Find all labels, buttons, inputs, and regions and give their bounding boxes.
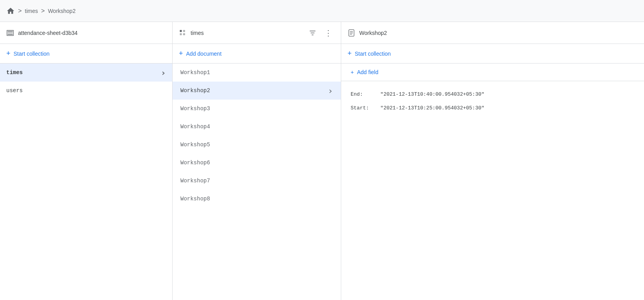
doc-item-workshop6[interactable]: Workshop6 [173, 154, 341, 172]
doc-item-workshop7[interactable]: Workshop7 [173, 172, 341, 190]
sidebar-header: attendance-sheet-d3b34 [0, 22, 172, 44]
doc-item-workshop3[interactable]: Workshop3 [173, 100, 341, 118]
collection-icon [179, 29, 187, 37]
plus-icon-doc: + [179, 49, 183, 58]
breadcrumb-separator-2: > [41, 7, 45, 15]
sidebar-item-times-label: times [6, 69, 23, 76]
svg-rect-3 [183, 33, 185, 35]
field-end-key: End: [351, 91, 374, 97]
start-collection-label: Start collection [14, 51, 50, 57]
doc-item-workshop4[interactable]: Workshop4 [173, 118, 341, 136]
sidebar-items-list: times › users [0, 64, 172, 100]
documents-header: times ⋮ [173, 22, 341, 44]
fields-start-collection-button[interactable]: + Start collection [341, 44, 644, 64]
more-icon: ⋮ [324, 28, 332, 38]
plus-icon-field: + [351, 69, 354, 75]
database-icon [6, 29, 14, 37]
svg-rect-2 [183, 30, 185, 32]
document-icon [347, 29, 355, 37]
fields-list: End: "2021-12-13T10:40:00.954032+05:30" … [341, 81, 644, 121]
field-end-spacer [376, 91, 379, 97]
svg-rect-0 [180, 30, 182, 32]
add-document-button[interactable]: + Add document [173, 44, 341, 64]
home-icon[interactable] [6, 7, 15, 15]
breadcrumb-item-workshop2: Workshop2 [48, 8, 76, 14]
start-collection-button[interactable]: + Start collection [0, 44, 172, 64]
sidebar-title: attendance-sheet-d3b34 [18, 30, 166, 36]
breadcrumb-separator-1: > [18, 7, 22, 15]
field-start-value: "2021-12-13T10:25:00.954032+05:30" [380, 105, 484, 111]
field-end-value: "2021-12-13T10:40:00.954032+05:30" [380, 91, 484, 97]
doc-item-workshop8[interactable]: Workshop8 [173, 190, 341, 208]
fields-panel: Workshop2 + Start collection + Add field… [341, 22, 644, 300]
documents-panel: times ⋮ + Add document Workshop1 [173, 22, 341, 300]
more-options-button[interactable]: ⋮ [322, 27, 335, 39]
field-row-start: Start: "2021-12-13T10:25:00.954032+05:30… [351, 101, 635, 115]
main-layout: attendance-sheet-d3b34 + Start collectio… [0, 22, 644, 300]
doc-workshop3-label: Workshop3 [180, 105, 210, 112]
breadcrumb-item-times[interactable]: times [25, 8, 38, 14]
doc-workshop2-label: Workshop2 [180, 87, 210, 94]
doc-workshop8-label: Workshop8 [180, 196, 210, 202]
plus-icon-fields-coll: + [347, 49, 352, 58]
field-start-spacer [376, 105, 379, 111]
sidebar-item-users-label: users [6, 87, 23, 94]
sidebar-panel: attendance-sheet-d3b34 + Start collectio… [0, 22, 173, 300]
plus-icon: + [6, 49, 11, 58]
doc-item-workshop2[interactable]: Workshop2 › [173, 82, 341, 100]
chevron-right-icon-doc: › [328, 86, 333, 96]
sidebar-item-times[interactable]: times › [0, 64, 172, 82]
fields-start-collection-label: Start collection [355, 51, 391, 57]
doc-workshop4-label: Workshop4 [180, 124, 210, 130]
fields-header: Workshop2 [341, 22, 644, 44]
doc-item-workshop5[interactable]: Workshop5 [173, 136, 341, 154]
add-field-button[interactable]: + Add field [341, 64, 644, 81]
doc-workshop5-label: Workshop5 [180, 142, 210, 148]
sidebar-item-users[interactable]: users [0, 82, 172, 100]
chevron-right-icon: › [161, 68, 166, 78]
doc-workshop6-label: Workshop6 [180, 160, 210, 166]
documents-title: times [191, 30, 302, 36]
doc-workshop7-label: Workshop7 [180, 178, 210, 184]
field-row-end: End: "2021-12-13T10:40:00.954032+05:30" [351, 87, 635, 101]
documents-header-actions: ⋮ [306, 27, 335, 39]
add-field-label: Add field [357, 69, 378, 75]
documents-list: Workshop1 Workshop2 › Workshop3 Workshop… [173, 64, 341, 208]
doc-item-workshop1[interactable]: Workshop1 [173, 64, 341, 82]
field-start-key: Start: [351, 105, 374, 111]
filter-button[interactable] [306, 27, 319, 39]
add-document-label: Add document [186, 51, 222, 57]
breadcrumb-bar: > times > Workshop2 [0, 0, 644, 22]
fields-title: Workshop2 [359, 30, 638, 36]
svg-rect-1 [180, 33, 182, 35]
doc-workshop1-label: Workshop1 [180, 69, 210, 76]
